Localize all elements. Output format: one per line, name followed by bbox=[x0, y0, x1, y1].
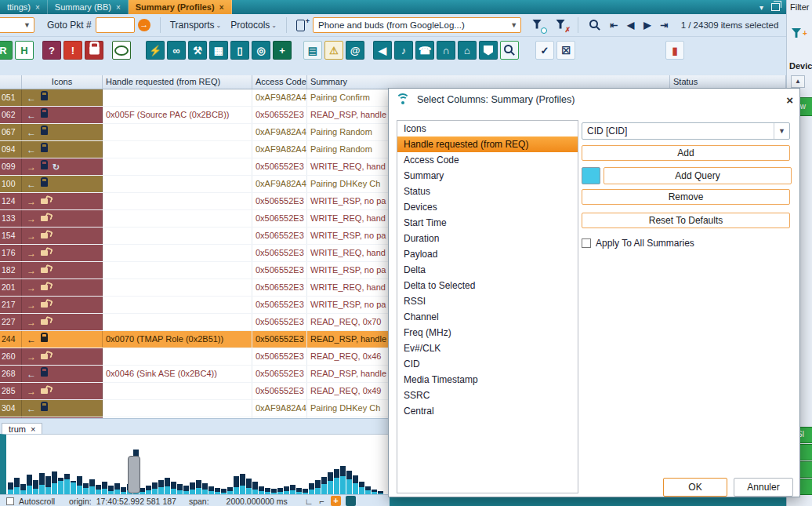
column-list-item[interactable]: Payload bbox=[397, 246, 578, 262]
remove-button[interactable]: Remove bbox=[582, 189, 790, 205]
column-list-item[interactable]: Status bbox=[397, 184, 578, 199]
next-item-button[interactable]: ▶ bbox=[643, 20, 651, 31]
error-icon[interactable]: ! bbox=[63, 41, 82, 60]
clear-icon[interactable]: ☒ bbox=[556, 41, 575, 60]
column-list-item[interactable]: Duration bbox=[397, 231, 578, 246]
column-list-item[interactable]: Delta bbox=[397, 262, 578, 278]
search-green-icon[interactable] bbox=[500, 41, 519, 60]
column-list-item[interactable]: Central bbox=[397, 403, 578, 419]
add-device-icon[interactable] bbox=[296, 20, 305, 31]
column-list-item[interactable]: Icons bbox=[397, 121, 578, 137]
tab-list-dropdown-icon[interactable]: ▾ bbox=[759, 3, 763, 12]
table-icon[interactable]: ▤ bbox=[303, 41, 322, 60]
help-icon[interactable]: ? bbox=[42, 41, 61, 60]
corner-zoom-icon[interactable]: ∟ bbox=[305, 497, 314, 506]
record-icon[interactable]: R bbox=[0, 41, 13, 60]
column-list-item[interactable]: RSSI bbox=[397, 293, 578, 309]
phone-call-icon[interactable]: ☎ bbox=[415, 41, 434, 60]
column-header-status[interactable]: Status bbox=[670, 75, 786, 89]
previous-item-button[interactable]: ◀ bbox=[627, 20, 634, 31]
building-icon[interactable]: ⌂ bbox=[458, 41, 477, 60]
column-header-summary[interactable]: Summary bbox=[307, 75, 670, 89]
apply-all-checkbox-row[interactable]: Apply To All Summaries bbox=[582, 238, 694, 249]
scroll-up-arrow[interactable]: ▲ bbox=[791, 75, 805, 88]
filter-search-icon[interactable] bbox=[532, 20, 545, 31]
security-lock-icon[interactable] bbox=[85, 41, 103, 60]
tab-close-icon[interactable]: × bbox=[35, 3, 40, 12]
column-list-item[interactable]: Channel bbox=[397, 309, 578, 325]
filter-add-icon[interactable]: + bbox=[792, 28, 807, 38]
transports-menu[interactable]: Transports⌄ bbox=[170, 20, 222, 31]
packet-icons: → bbox=[22, 245, 103, 261]
view-mode-button[interactable] bbox=[346, 496, 356, 506]
grid-icon[interactable]: ▦ bbox=[209, 41, 228, 60]
warning-icon[interactable]: ⚠ bbox=[324, 41, 343, 60]
column-list-item[interactable]: Handle requested (from REQ) bbox=[397, 137, 578, 152]
check-icon[interactable]: ✓ bbox=[535, 41, 554, 60]
filter-clear-icon[interactable]: ✗ bbox=[556, 20, 568, 31]
column-template-combo[interactable]: CID [CID] ▼ bbox=[582, 122, 790, 140]
apply-all-checkbox[interactable] bbox=[582, 238, 591, 248]
connector-icon[interactable]: ⚡ bbox=[146, 41, 165, 60]
ok-button[interactable]: OK bbox=[663, 478, 727, 497]
headphones-icon[interactable]: ∩ bbox=[437, 41, 455, 60]
dialog-close-icon[interactable]: × bbox=[786, 94, 793, 106]
column-list-item[interactable]: Summary bbox=[397, 168, 578, 184]
protocols-menu[interactable]: Protocols⌄ bbox=[230, 20, 277, 31]
first-item-button[interactable]: ⇤ bbox=[610, 20, 618, 31]
column-list-item[interactable]: Access Code bbox=[397, 152, 578, 168]
column-list-item[interactable]: Devices bbox=[397, 199, 578, 215]
column-list-item[interactable]: SSRC bbox=[397, 388, 578, 403]
column-header-access-code[interactable]: Access Code bbox=[252, 75, 307, 89]
autoscroll-checkbox[interactable] bbox=[6, 497, 14, 505]
phone-icon[interactable]: ▯ bbox=[230, 41, 249, 60]
add-query-button[interactable]: Add Query bbox=[604, 167, 792, 184]
ellipse-icon[interactable] bbox=[112, 41, 131, 60]
column-list-item[interactable]: Media Timestamp bbox=[397, 372, 578, 388]
packet-number: 304 bbox=[0, 400, 22, 417]
red-marker-icon[interactable]: ▮ bbox=[665, 41, 684, 60]
tab-spectrum[interactable]: trum × bbox=[2, 423, 42, 435]
spectrum-chart[interactable] bbox=[0, 434, 390, 497]
column-list-item[interactable]: Start Time bbox=[397, 215, 578, 231]
search-icon[interactable] bbox=[589, 20, 600, 31]
column-header-handle[interactable]: Handle requested (from REQ) bbox=[103, 75, 252, 89]
column-list-item[interactable]: CID bbox=[397, 356, 578, 372]
shield-icon[interactable] bbox=[479, 41, 498, 60]
color-swatch-button[interactable] bbox=[582, 167, 600, 184]
add-button[interactable]: Add bbox=[582, 145, 790, 161]
medical-plus-icon[interactable]: + bbox=[273, 41, 292, 60]
column-list-item[interactable]: Delta to Selected bbox=[397, 278, 578, 293]
tab-summary-bb[interactable]: Summary (BB) × bbox=[48, 0, 129, 14]
left-combo[interactable]: ▼ bbox=[0, 17, 34, 33]
disc-icon[interactable]: ◎ bbox=[252, 41, 270, 60]
last-item-button[interactable]: ⇥ bbox=[661, 20, 669, 31]
at-icon[interactable]: @ bbox=[346, 41, 364, 60]
device-set-combo[interactable]: Phone and buds (from GoogleLog...) ▼ bbox=[313, 17, 521, 33]
column-list-item[interactable]: Freq (MHz) bbox=[397, 325, 578, 340]
column-header-icons[interactable]: Icons bbox=[22, 75, 103, 89]
goto-pkt-input[interactable] bbox=[96, 17, 135, 33]
corner-zoom-icon-2[interactable]: ⌐ bbox=[320, 497, 324, 506]
column-list-item[interactable]: Ev#/CLK bbox=[397, 340, 578, 356]
dialog-title-bar[interactable]: Select Columns: Summary (Profiles) × bbox=[389, 89, 799, 111]
float-window-icon[interactable] bbox=[771, 3, 780, 11]
zoom-in-button[interactable]: + bbox=[331, 496, 341, 506]
tab-summary-profiles[interactable]: Summary (Profiles) × bbox=[129, 0, 232, 14]
tab-close-icon[interactable]: × bbox=[31, 424, 35, 434]
goto-button[interactable]: → bbox=[138, 19, 150, 31]
tab-close-icon[interactable]: × bbox=[116, 3, 121, 12]
tab-settings[interactable]: ttings) × bbox=[0, 0, 48, 14]
cancel-button[interactable]: Annuler bbox=[734, 478, 793, 497]
column-header-number[interactable] bbox=[0, 75, 22, 89]
reset-to-defaults-button[interactable]: Reset To Defaults bbox=[582, 213, 790, 228]
spectrum-slider-handle[interactable] bbox=[128, 456, 140, 493]
highlight-icon[interactable]: H bbox=[15, 41, 34, 60]
tab-close-icon[interactable]: × bbox=[219, 3, 224, 12]
tools-icon[interactable]: ⚒ bbox=[188, 41, 207, 60]
speaker-icon[interactable]: ◀ bbox=[373, 41, 392, 60]
arrow-left-icon: ← bbox=[27, 177, 36, 192]
arrow-right-icon: → bbox=[27, 194, 36, 209]
link-icon[interactable]: ∞ bbox=[167, 41, 186, 60]
music-icon[interactable]: ♪ bbox=[394, 41, 413, 60]
